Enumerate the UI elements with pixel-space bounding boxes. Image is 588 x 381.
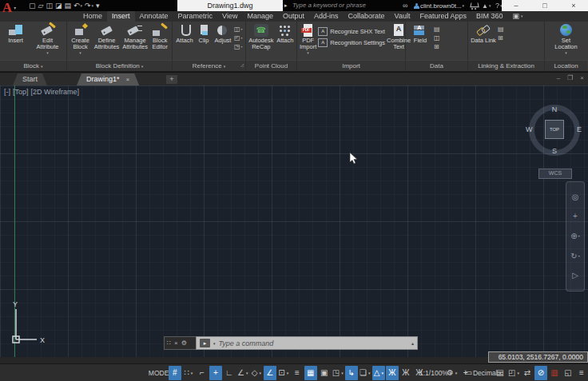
command-recent-icon[interactable]: ▸	[200, 339, 210, 347]
viewcube-wcs-menu[interactable]: WCS	[538, 169, 572, 179]
field-button[interactable]: A Field	[407, 23, 433, 45]
tab-manage[interactable]: Manage	[242, 11, 278, 22]
navigation-wheel-button[interactable]: ◎	[572, 192, 579, 202]
transparency-toggle[interactable]: ▦	[304, 366, 317, 380]
doc-minimize-button[interactable]: –	[557, 74, 560, 81]
define-attributes-button[interactable]: Define Attributes	[93, 23, 121, 51]
app-store-button[interactable]	[471, 0, 478, 11]
clip-button[interactable]: Clip	[196, 23, 212, 45]
update-fields-button[interactable]: ▤	[434, 26, 440, 33]
quick-properties-toggle[interactable]: ▤	[494, 366, 507, 380]
qat-saveas-button[interactable]: ◪	[55, 0, 62, 11]
panel-caption-linking-extraction[interactable]: Linking & Extraction	[468, 60, 544, 71]
signin-area[interactable]: clint.brown0t... ▾	[414, 0, 464, 11]
command-customize-icon[interactable]: ⚙	[181, 339, 187, 347]
hardware-acceleration-toggle[interactable]: ⇄	[521, 366, 534, 380]
qat-menu-button[interactable]: ▾	[96, 0, 100, 11]
orbit-button[interactable]: ↻ ▾	[570, 252, 579, 261]
autoscale-toggle[interactable]: Ж	[399, 366, 412, 380]
panel-caption-block[interactable]: Block▾	[0, 60, 66, 71]
viewport-view-control[interactable]: [Top]	[13, 88, 29, 96]
new-drawing-tab-button[interactable]: +	[166, 75, 177, 84]
tab-annotate[interactable]: Annotate	[135, 11, 173, 22]
qat-redo-button[interactable]: ↷ ▾	[85, 0, 93, 11]
ucs-icon[interactable]: Y X	[2, 300, 50, 349]
annotation-scale-button[interactable]: 1:1/100% ▾	[427, 366, 445, 380]
gizmo-toggle[interactable]: △ ▾	[372, 366, 385, 380]
clean-screen-button[interactable]: ◱	[562, 366, 574, 380]
3d-object-snap-toggle[interactable]: ◳ ▾	[332, 366, 344, 380]
viewcube-south[interactable]: S	[524, 147, 585, 155]
adjust-button[interactable]: Adjust	[213, 23, 233, 45]
qat-plot-button[interactable]: ▤	[64, 0, 71, 11]
data-link-button[interactable]: Data Link	[470, 23, 497, 45]
insert-button[interactable]: Insert	[2, 23, 30, 45]
tab-output[interactable]: Output	[278, 11, 309, 22]
customization-button[interactable]: ≡	[575, 366, 588, 380]
qat-undo-button[interactable]: ↶ ▾	[74, 0, 82, 11]
hyperlink-button[interactable]: ⊞	[434, 43, 440, 50]
file-tab-start[interactable]: Start	[13, 73, 47, 85]
frames-button[interactable]: ◰ ▾	[234, 34, 243, 42]
selection-filtering-toggle[interactable]: ❏ ▾	[359, 366, 371, 380]
command-expand-icon[interactable]: ▴	[411, 340, 414, 346]
viewcube-north[interactable]: N	[524, 105, 585, 113]
command-close-icon[interactable]: ×	[174, 339, 178, 347]
command-recent-caret-icon[interactable]: ▾	[213, 341, 216, 346]
object-snap-tracking-toggle[interactable]: ∠	[264, 366, 276, 380]
doc-close-button[interactable]: ×	[580, 74, 584, 81]
ole-object-button[interactable]: ◫	[434, 34, 440, 42]
tab-view[interactable]: View	[217, 11, 242, 22]
search-history-icon[interactable]: ▸	[284, 0, 288, 11]
pan-button[interactable]: +	[573, 212, 578, 221]
tab-vault[interactable]: Vault	[390, 11, 415, 22]
application-menu-button[interactable]: A ▾	[2, 0, 23, 19]
snap-to-underlays-button[interactable]: ◳ ▾	[234, 43, 243, 50]
viewcube[interactable]: N S W E TOP WCS	[524, 98, 586, 181]
viewcube-top-face[interactable]: TOP	[545, 120, 564, 139]
drag-grip-icon[interactable]: ∷	[167, 339, 171, 347]
autodesk-recap-button[interactable]: ☎ Autodesk ReCap	[248, 23, 275, 51]
search-icon[interactable]: ∞	[403, 0, 407, 11]
selection-cycling-toggle[interactable]: ▣	[318, 366, 331, 380]
command-input[interactable]: ▸ ▾ Type a command ▴	[196, 336, 418, 350]
drawing-canvas[interactable]: [-] [Top] [2D Wireframe] N S W E TOP WCS…	[0, 85, 588, 357]
workspace-switching-button[interactable]: ⚙ ▾	[446, 366, 459, 380]
tab-insert[interactable]: Insert	[107, 11, 135, 22]
command-line-grip[interactable]: ∷ × ⚙	[164, 336, 196, 350]
doc-restore-button[interactable]: ❐	[567, 74, 573, 81]
extract-data-button[interactable]: ▤	[498, 26, 504, 33]
close-button[interactable]: ×	[571, 0, 575, 11]
model-space-button[interactable]: MODEL	[153, 366, 168, 380]
recognize-shx-text-button[interactable]: A Recognize SHX Text	[318, 27, 385, 36]
minimize-button[interactable]: –	[514, 0, 518, 11]
dynamic-ucs-toggle[interactable]: ↳	[345, 366, 358, 380]
pdf-import-button[interactable]: PDF PDF Import ▾	[299, 23, 317, 56]
block-editor-button[interactable]: Block Editor	[149, 23, 170, 51]
attach-point-cloud-button[interactable]: Attach	[276, 23, 295, 45]
ribbon-display-button[interactable]: ▣ ▾	[507, 11, 527, 22]
edit-attribute-button[interactable]: Edit Attribute ▾	[30, 23, 65, 56]
tab-bim-360[interactable]: BIM 360	[471, 11, 508, 22]
isolate-objects-button[interactable]: ⊘	[534, 366, 547, 380]
tab-collaborate[interactable]: Collaborate	[344, 11, 390, 22]
grid-display-toggle[interactable]: #	[169, 366, 181, 380]
lineweight-toggle[interactable]: ≡	[291, 366, 304, 380]
tab-parametric[interactable]: Parametric	[173, 11, 218, 22]
panel-caption-location[interactable]: Location	[545, 60, 587, 71]
tab-home[interactable]: Home	[78, 11, 107, 22]
zoom-button[interactable]: ⊕ ▾	[570, 232, 579, 241]
annotation-visibility-toggle[interactable]: Ж	[386, 366, 399, 380]
lock-ui-button[interactable]: ◰ ▾	[507, 366, 520, 380]
viewport-visual-style-control[interactable]: [2D Wireframe]	[31, 88, 80, 96]
panel-caption-data[interactable]: Data	[406, 60, 467, 71]
upload-to-source-button[interactable]: ⊞	[498, 34, 504, 42]
viewcube-east[interactable]: E	[577, 125, 582, 133]
isometric-drafting-toggle[interactable]: ◇ ▾	[250, 366, 263, 380]
panel-caption-reference[interactable]: Reference▾ ◿	[173, 60, 245, 71]
recognition-settings-button[interactable]: A Recognition Settings	[318, 38, 385, 47]
viewport-menu-control[interactable]: [-]	[4, 88, 10, 96]
maximize-button[interactable]: □	[542, 0, 546, 11]
snap-mode-toggle[interactable]: ∷ ▾	[182, 366, 195, 380]
file-tab-drawing1[interactable]: Drawing1* ×	[77, 73, 139, 85]
